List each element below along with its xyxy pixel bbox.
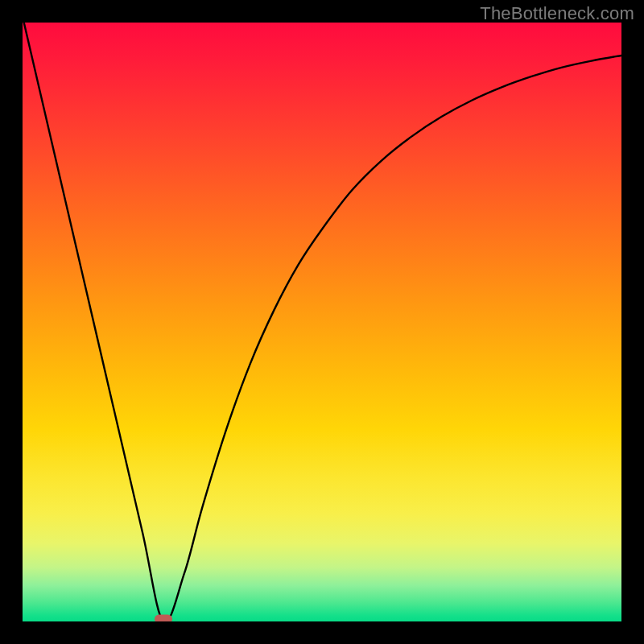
chart-frame: TheBottleneck.com: [0, 0, 644, 644]
plot-area: [23, 23, 621, 621]
minimum-marker: [155, 615, 172, 622]
bottleneck-curve: [23, 23, 621, 621]
watermark-text: TheBottleneck.com: [480, 3, 634, 24]
curve-svg: [23, 23, 621, 621]
